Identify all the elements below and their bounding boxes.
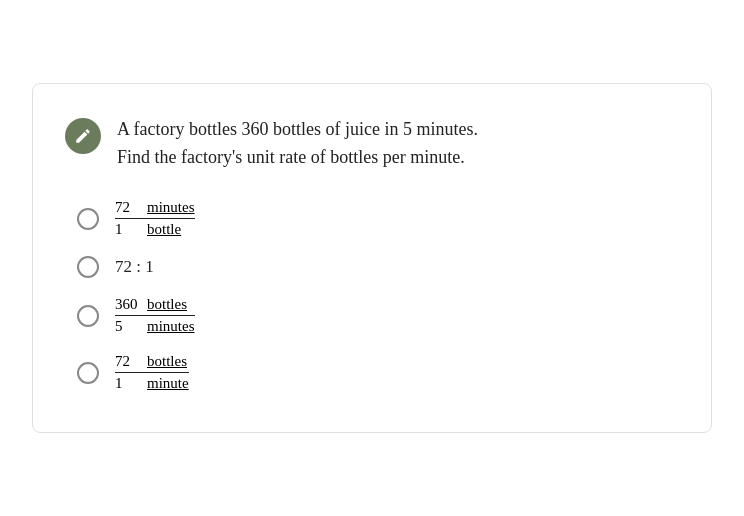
fraction-c-unit: bottles [147,296,187,313]
fraction-d-denom-unit: minute [147,375,189,392]
fraction-c-denom-unit: minutes [147,318,195,335]
fraction-a-denom-unit: bottle [147,221,181,238]
fraction-a-denom-num: 1 [115,221,139,238]
fraction-a-num: 72 [115,199,139,216]
radio-d[interactable] [77,362,99,384]
fraction-d-denom-num: 1 [115,375,139,392]
question-header: A factory bottles 360 bottles of juice i… [65,116,671,172]
fraction-c-num: 360 [115,296,139,313]
radio-a[interactable] [77,208,99,230]
fraction-a-divider [115,218,195,219]
fraction-c-denom-num: 5 [115,318,139,335]
fraction-d: 72 bottles 1 minute [115,353,189,392]
options-list: 72 minutes 1 bottle 72 : 1 360 bottles [65,199,671,392]
option-a[interactable]: 72 minutes 1 bottle [77,199,671,238]
fraction-a: 72 minutes 1 bottle [115,199,195,238]
edit-icon [65,118,101,154]
question-text: A factory bottles 360 bottles of juice i… [117,116,478,172]
fraction-d-num: 72 [115,353,139,370]
ratio-b-text: 72 : 1 [115,257,154,277]
radio-b[interactable] [77,256,99,278]
fraction-c: 360 bottles 5 minutes [115,296,195,335]
option-c[interactable]: 360 bottles 5 minutes [77,296,671,335]
radio-c[interactable] [77,305,99,327]
fraction-c-divider [115,315,195,316]
fraction-d-divider [115,372,189,373]
fraction-a-unit: minutes [147,199,195,216]
option-b[interactable]: 72 : 1 [77,256,671,278]
fraction-d-unit: bottles [147,353,187,370]
question-card: A factory bottles 360 bottles of juice i… [32,83,712,434]
option-d[interactable]: 72 bottles 1 minute [77,353,671,392]
